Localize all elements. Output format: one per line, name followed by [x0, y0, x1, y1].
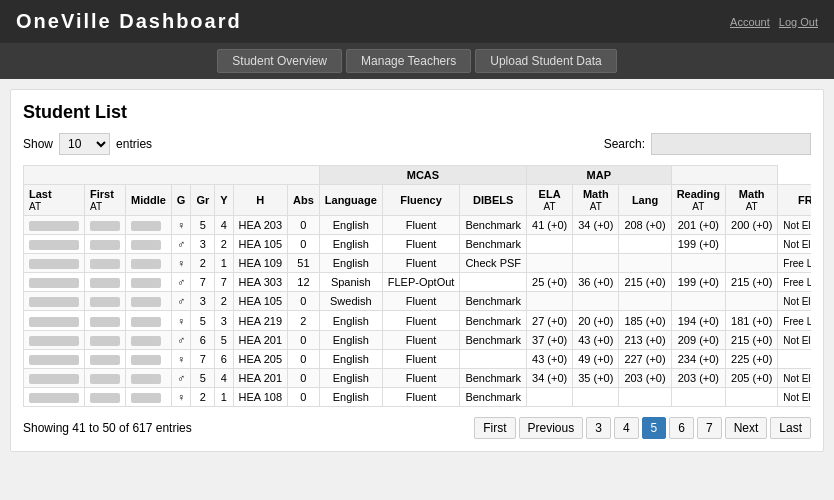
page-button-previous[interactable]: Previous	[519, 417, 584, 439]
account-link[interactable]: Account	[730, 16, 770, 28]
table-cell: 51	[288, 254, 320, 273]
table-cell	[527, 235, 573, 254]
table-cell: 25 (+0)	[527, 273, 573, 292]
table-cell: 5	[191, 311, 215, 330]
nav-upload-student-data[interactable]: Upload Student Data	[475, 49, 616, 73]
table-cell: 185 (+0)	[619, 311, 671, 330]
table-cell: 2	[215, 292, 233, 311]
page-button-7[interactable]: 7	[697, 417, 722, 439]
table-cell	[671, 292, 725, 311]
table-cell: Not Eligible	[778, 330, 811, 349]
table-cell: Benchmark	[460, 292, 527, 311]
group-name	[24, 166, 320, 185]
table-cell: HEA 201	[233, 330, 287, 349]
table-cell	[619, 292, 671, 311]
page-button-6[interactable]: 6	[669, 417, 694, 439]
table-cell: 209 (+0)	[671, 330, 725, 349]
table-cell	[126, 216, 172, 235]
table-cell	[619, 235, 671, 254]
table-cell: Fluent	[382, 292, 460, 311]
table-cell: ♀	[171, 254, 191, 273]
table-cell: Benchmark	[460, 311, 527, 330]
table-cell: HEA 105	[233, 292, 287, 311]
table-cell: Benchmark	[460, 368, 527, 387]
col-lang: Lang	[619, 185, 671, 216]
table-cell: ♂	[171, 292, 191, 311]
nav-manage-teachers[interactable]: Manage Teachers	[346, 49, 471, 73]
page-title: Student List	[23, 102, 811, 123]
page-button-next[interactable]: Next	[725, 417, 768, 439]
table-cell: 213 (+0)	[619, 330, 671, 349]
table-cell: English	[319, 216, 382, 235]
group-map: MAP	[527, 166, 672, 185]
table-cell: Benchmark	[460, 216, 527, 235]
table-cell: English	[319, 387, 382, 406]
show-select[interactable]: 10 25 50 100	[59, 133, 110, 155]
showing-entries: Showing 41 to 50 of 617 entries	[23, 421, 192, 435]
table-cell	[85, 216, 126, 235]
table-cell: 205 (+0)	[726, 368, 778, 387]
table-cell: 5	[215, 330, 233, 349]
page-button-5[interactable]: 5	[642, 417, 667, 439]
table-cell	[126, 273, 172, 292]
table-cell	[527, 254, 573, 273]
table-cell	[573, 254, 619, 273]
table-cell: 208 (+0)	[619, 216, 671, 235]
table-cell: 4	[215, 216, 233, 235]
table-cell: HEA 203	[233, 216, 287, 235]
table-cell: Benchmark	[460, 387, 527, 406]
table-cell: 203 (+0)	[671, 368, 725, 387]
nav-bar: Student Overview Manage Teachers Upload …	[0, 43, 834, 79]
table-cell	[619, 254, 671, 273]
table-row: ♀76HEA 2050EnglishFluent43 (+0)49 (+0)22…	[24, 349, 812, 368]
table-row: ♀21HEA 1080EnglishFluentBenchmarkNot Eli…	[24, 387, 812, 406]
nav-student-overview[interactable]: Student Overview	[217, 49, 342, 73]
table-cell: Not Eligible	[778, 292, 811, 311]
table-cell: 6	[191, 330, 215, 349]
table-cell: ♀	[171, 387, 191, 406]
table-cell	[24, 349, 85, 368]
show-label: Show	[23, 137, 53, 151]
table-cell: Benchmark	[460, 330, 527, 349]
table-row: ♀53HEA 2192EnglishFluentBenchmark27 (+0)…	[24, 311, 812, 330]
table-cell: 12	[288, 273, 320, 292]
table-cell	[126, 235, 172, 254]
table-cell	[85, 273, 126, 292]
search-input[interactable]	[651, 133, 811, 155]
page-button-4[interactable]: 4	[614, 417, 639, 439]
table-cell: HEA 219	[233, 311, 287, 330]
table-cell: Check PSF	[460, 254, 527, 273]
table-cell	[126, 349, 172, 368]
page-button-first[interactable]: First	[474, 417, 515, 439]
page-button-last[interactable]: Last	[770, 417, 811, 439]
table-cell: 2	[215, 235, 233, 254]
table-cell: 27 (+0)	[527, 311, 573, 330]
page-button-3[interactable]: 3	[586, 417, 611, 439]
table-cell	[24, 292, 85, 311]
table-cell	[85, 292, 126, 311]
table-cell: 7	[191, 273, 215, 292]
table-cell: Not Eligible	[778, 235, 811, 254]
group-mcas: MCAS	[319, 166, 526, 185]
table-cell: 227 (+0)	[619, 349, 671, 368]
table-cell: 215 (+0)	[726, 330, 778, 349]
table-cell: ♀	[171, 216, 191, 235]
table-cell: 7	[191, 349, 215, 368]
table-cell	[24, 235, 85, 254]
table-cell	[24, 216, 85, 235]
table-cell	[85, 330, 126, 349]
table-cell: English	[319, 330, 382, 349]
col-frl: FRL	[778, 185, 811, 216]
table-cell: Fluent	[382, 368, 460, 387]
table-cell: 200 (+0)	[726, 216, 778, 235]
table-cell: Fluent	[382, 235, 460, 254]
table-cell	[573, 387, 619, 406]
table-cell: 43 (+0)	[527, 349, 573, 368]
col-first: FirstAT	[85, 185, 126, 216]
table-cell: 0	[288, 235, 320, 254]
table-cell: 5	[191, 216, 215, 235]
logout-link[interactable]: Log Out	[779, 16, 818, 28]
col-language: Language	[319, 185, 382, 216]
table-cell: Free Lunch	[778, 273, 811, 292]
table-cell: 0	[288, 292, 320, 311]
